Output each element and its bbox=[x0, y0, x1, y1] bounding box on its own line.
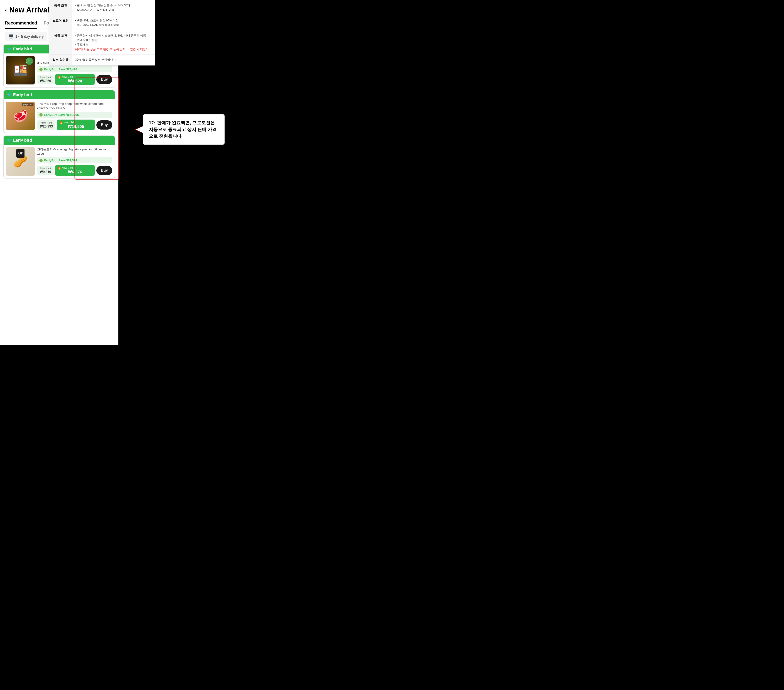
bird-icon-2: 🐦 bbox=[7, 93, 12, 97]
earlybird-save-text-3: EarlyBird Save ₩4,524 bbox=[44, 159, 77, 162]
table-row-registration: 등록 조건 - 한 차수 당 신청 가능 상품 수 → 최대 30개 - SKU… bbox=[49, 0, 155, 15]
product-card-2: 🐦 Early bird prepprep 프렙프렙 Prep Prep dee… bbox=[3, 90, 115, 133]
fire-icon-3: 🔥 bbox=[58, 166, 61, 169]
info-table: 등록 조건 - 한 차수 당 신청 가능 상품 수 → 최대 30개 - SKU… bbox=[49, 0, 155, 65]
table-value-product: - 등록한지 48시간이 지났으면서, 30일 이내 등록된 상품 - 판매량 … bbox=[72, 30, 155, 54]
price-row-1: After 1 left ₩6,960 🔥 Now 1 left ₩4,524 … bbox=[37, 74, 112, 85]
price-after-1: After 1 left ₩6,960 bbox=[37, 75, 53, 84]
product-info-3: 그라놀로지 Granology Signature premium Granol… bbox=[37, 147, 112, 176]
table-row-discount: 최소 할인율 30% *할인율은 셀러 부담입니다. bbox=[49, 54, 155, 65]
early-bird-header-3: 🐦 Early bird bbox=[4, 136, 115, 145]
price-now-label-2: 🔥 Now 1 left bbox=[59, 121, 92, 124]
price-now-value-2: ₩16,505 bbox=[59, 124, 92, 129]
buy-button-2[interactable]: Buy bbox=[96, 120, 112, 130]
buy-button-3[interactable]: Buy bbox=[96, 166, 112, 175]
price-after-value-2: ₩25,393 bbox=[40, 125, 53, 128]
price-now-2: 🔥 Now 1 left ₩16,505 bbox=[57, 120, 95, 130]
price-after-value-3: ₩9,810 bbox=[40, 170, 51, 174]
fire-icon-2: 🔥 bbox=[59, 121, 63, 124]
price-now-1: 🔥 Now 1 left ₩4,524 bbox=[55, 74, 95, 85]
early-bird-label-3: Early bird bbox=[13, 138, 32, 143]
callout-box: 1개 판매가 완료되면, 프로모션은 자동으로 종료되고 상시 판매 가격으로 … bbox=[143, 114, 225, 145]
save-icon-2: 🟢 bbox=[39, 113, 43, 117]
product-image-1: gogramwon bbox=[6, 56, 35, 84]
earlybird-save-text-1: EarlyBird Save ₩7,476 bbox=[44, 67, 77, 71]
price-after-label-3: After 1 left bbox=[40, 167, 51, 170]
table-label-discount: 최소 할인율 bbox=[49, 54, 72, 65]
delivery-text: 1～5 day delivery bbox=[15, 34, 44, 39]
info-table-overlay: 등록 조건 - 한 차수 당 신청 가능 상품 수 → 최대 30개 - SKU… bbox=[49, 0, 155, 66]
product-card-3: 🐦 Early bird Gr 그라놀로지 Granology Signatur… bbox=[3, 135, 115, 179]
gr-logo: Gr bbox=[16, 149, 25, 158]
callout-arrow bbox=[135, 126, 143, 133]
price-after-3: After 1 left ₩9,810 bbox=[37, 166, 53, 175]
price-after-label-1: After 1 left bbox=[40, 76, 51, 79]
callout-text: 1개 판매가 완료되면, 프로모션은 자동으로 종료되고 상시 판매 가격으로 … bbox=[149, 119, 219, 140]
product-info-2: 프렙프렙 Prep Prep deep-fried whole sireed p… bbox=[37, 102, 112, 130]
earlybird-save-1: 🟢 EarlyBird Save ₩7,476 bbox=[37, 66, 112, 72]
save-icon-3: 🟢 bbox=[39, 159, 43, 162]
price-now-3: 🔥 Now 1 left ₩6,376 bbox=[55, 165, 95, 176]
save-icon-1: 🟢 bbox=[39, 68, 43, 71]
table-value-registration: - 한 차수 당 신청 가능 상품 수 → 최대 30개 - SKU당 재고 →… bbox=[72, 0, 155, 15]
prepprep-logo: prepprep bbox=[22, 103, 33, 106]
product-body-2: prepprep 프렙프렙 Prep Prep deep-fried whole… bbox=[4, 99, 115, 133]
product-name-2: 프렙프렙 Prep Prep deep-fried whole sireed p… bbox=[37, 102, 112, 110]
early-bird-header-2: 🐦 Early bird bbox=[4, 90, 115, 99]
product-image-2: prepprep bbox=[6, 102, 35, 130]
earlybird-save-3: 🟢 EarlyBird Save ₩4,524 bbox=[37, 157, 112, 163]
bird-icon-1: 🐦 bbox=[7, 47, 12, 51]
table-value-store: - 최근 90일 스토어 평점 90% 이상 - 최근 30일 SNAD 분쟁율… bbox=[72, 15, 155, 30]
early-bird-label-1: Early bird bbox=[13, 47, 32, 51]
product-body-3: Gr 그라놀로지 Granology Signature premium Gra… bbox=[4, 145, 115, 178]
table-value-discount: 30% *할인율은 셀러 부담입니다. bbox=[72, 54, 155, 65]
price-now-value-1: ₩4,524 bbox=[58, 79, 92, 84]
table-row-store: 스토어 조건 - 최근 90일 스토어 평점 90% 이상 - 최근 30일 S… bbox=[49, 15, 155, 30]
product-image-3: Gr bbox=[6, 147, 35, 176]
product-name-3: 그라놀로지 Granology Signature premium Granol… bbox=[37, 147, 112, 156]
price-row-3: After 1 left ₩9,810 🔥 Now 1 left ₩6,376 … bbox=[37, 165, 112, 176]
table-label-registration: 등록 조건 bbox=[49, 0, 72, 15]
earlybird-save-text-2: EarlyBird Save ₩21,395 bbox=[44, 113, 79, 117]
back-button[interactable]: ‹ bbox=[5, 7, 7, 13]
price-now-value-3: ₩6,376 bbox=[58, 169, 92, 174]
delivery-badge: 🖥️ 1～5 day delivery bbox=[5, 32, 47, 41]
price-after-label-2: After 1 left bbox=[40, 122, 53, 125]
earlybird-save-2: 🟢 EarlyBird Save ₩21,395 bbox=[37, 112, 112, 118]
early-bird-label-2: Early bird bbox=[13, 92, 32, 97]
bird-icon-3: 🐦 bbox=[7, 138, 12, 143]
price-now-label-3: 🔥 Now 1 left bbox=[58, 166, 92, 169]
price-after-value-1: ₩6,960 bbox=[40, 79, 51, 83]
product-warning-text: (주의) 기존 상품 코드 변경 후 등록 금지 → 발견 시 패널티 bbox=[75, 48, 149, 51]
buy-button-1[interactable]: Buy bbox=[96, 75, 112, 84]
tab-recommended[interactable]: Recommended bbox=[5, 18, 37, 29]
table-label-store: 스토어 조건 bbox=[49, 15, 72, 30]
table-row-product: 상품 조건 - 등록한지 48시간이 지났으면서, 30일 이내 등록된 상품 … bbox=[49, 30, 155, 54]
table-label-product: 상품 조건 bbox=[49, 30, 72, 54]
price-now-label-1: 🔥 Now 1 left bbox=[58, 75, 92, 79]
price-after-2: After 1 left ₩25,393 bbox=[37, 120, 55, 130]
gramwon-logo: gogramwon bbox=[26, 58, 33, 65]
fire-icon-1: 🔥 bbox=[58, 75, 61, 79]
page-title: New Arrivals bbox=[9, 6, 53, 14]
delivery-icon: 🖥️ bbox=[8, 34, 14, 39]
price-row-2: After 1 left ₩25,393 🔥 Now 1 left ₩16,50… bbox=[37, 120, 112, 130]
